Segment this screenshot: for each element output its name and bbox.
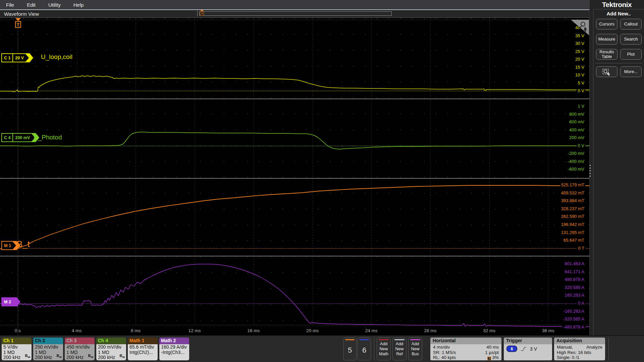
bandwidth-limit-icon: BW: [119, 353, 125, 360]
y-axis-label-m1: 0 T: [577, 246, 585, 251]
record-view-left-cap: [197, 11, 198, 16]
add-new-bus-button[interactable]: Add New Bus: [408, 338, 422, 360]
acquisition-panel-title: Acquisition: [554, 338, 605, 344]
y-axis-label-ch4: 600 mV: [568, 120, 585, 124]
channel-setting-row: 5 V/div: [3, 345, 30, 350]
add-new-callout-button[interactable]: Callout: [620, 19, 642, 29]
horizontal-panel[interactable]: Horizontal 4 ms/div40 msSR: 1 MS/s1 µs/p…: [430, 338, 501, 360]
channel-setting-row: -Intg(Ch3...: [161, 350, 187, 355]
trace-ch1: [0, 76, 589, 92]
channel-settings-body: 65.6 mT/divIntg(Ch2)...: [128, 344, 158, 360]
menu-file[interactable]: File: [6, 2, 14, 8]
more-button[interactable]: More...: [620, 66, 642, 77]
channel-setting-row: 200 mV/div: [98, 345, 124, 350]
y-axis-label-ch4: 400 mV: [568, 127, 585, 132]
y-axis-label-ch4: 1 V: [577, 104, 585, 109]
bandwidth-limit-icon: BW: [56, 353, 62, 360]
channel-color-stripe: [360, 339, 369, 340]
slice-divider: [0, 256, 589, 256]
record-trigger-icon[interactable]: T: [200, 11, 204, 16]
channel-settings-math2[interactable]: Math 2160.29 A/div-Intg(Ch3...: [159, 338, 189, 360]
badge-cell: C 4: [2, 135, 12, 140]
right-panel: Tektronix Add New.. CursorsCalloutMeasur…: [589, 0, 644, 335]
waveform-label-m1[interactable]: B_t: [17, 239, 30, 249]
channel-setting-row: 160.29 A/div: [161, 345, 187, 350]
y-axis-label-m2: 320.585 A: [564, 285, 585, 290]
horizontal-panel-title: Horizontal: [430, 338, 501, 344]
channel-settings-ch1[interactable]: Ch 15 V/div1 MΩ200 kHzBW: [2, 338, 32, 360]
record-view-scrollbar[interactable]: [199, 11, 392, 16]
y-axis-label-m2: -480.878 A: [562, 325, 585, 329]
y-axis-label-ch1: 5 V: [577, 80, 585, 85]
acquisition-resolution: High Res: 16 bits: [557, 350, 591, 355]
add-new-title: Add New..: [593, 11, 644, 16]
zoom-corner-icon[interactable]: [570, 19, 589, 37]
horizontal-value: 4 ms/div: [433, 345, 450, 350]
slice-divider: [0, 178, 589, 179]
channel-name: Math 1: [128, 338, 158, 344]
channel-6-button[interactable]: 6: [358, 338, 371, 360]
menu-help[interactable]: Help: [73, 2, 84, 8]
zoom-select-button[interactable]: [596, 66, 618, 77]
menu-edit[interactable]: Edit: [27, 2, 36, 8]
x-axis-label: 16 ms: [247, 328, 260, 333]
panel-splitter-handle[interactable]: [590, 165, 591, 178]
add-new-math-button[interactable]: Add New Math: [377, 338, 391, 360]
x-axis-label: 36 ms: [542, 328, 554, 333]
zero-reference-line-m2: [0, 303, 589, 304]
add-new-plot-button[interactable]: Plot: [620, 49, 642, 60]
channel-badge-inner: C 4200 mV: [2, 134, 35, 141]
horizontal-row: RL: 40 kptsT3%: [433, 355, 499, 360]
add-new-results-table-button[interactable]: Results Table: [596, 49, 618, 60]
add-new-ref-button[interactable]: Add New Ref: [392, 338, 407, 360]
trigger-flag-icon[interactable]: T: [15, 21, 21, 28]
waveform-graticule[interactable]: 0 s4 ms8 ms12 ms16 ms20 ms24 ms28 ms32 m…: [0, 17, 589, 335]
x-axis-label: 20 ms: [306, 328, 319, 333]
channel-badge-m2[interactable]: M 2: [1, 297, 20, 306]
channel-settings-ch3[interactable]: Ch 3450 mV/div1 MΩ200 kHzBW: [65, 338, 95, 360]
y-axis-label-ch4: -200 mV: [567, 151, 585, 156]
channel-badge-ch1[interactable]: C 120 V: [1, 53, 33, 62]
badge-cell: M 2: [2, 300, 13, 304]
channel-settings-ch4[interactable]: Ch 4200 mV/div1 MΩ200 kHzBW: [96, 338, 126, 360]
trigger-level: 3 V: [530, 346, 537, 352]
channel-settings-math1[interactable]: Math 165.6 mT/divIntg(Ch2)...: [128, 338, 158, 360]
y-axis-label-ch4: 800 mV: [568, 112, 585, 116]
y-axis-label-ch4: -400 mV: [567, 159, 585, 164]
trace-m2: [0, 264, 589, 327]
gridline-vertical: [18, 18, 18, 325]
channel-5-button[interactable]: 5: [343, 338, 357, 360]
channel-settings-body: 160.29 A/div-Intg(Ch3...: [159, 344, 189, 360]
add-new-search-button[interactable]: Search: [620, 34, 642, 45]
menu-utility[interactable]: Utility: [48, 2, 61, 8]
y-axis-label-ch1: 25 V: [574, 49, 585, 54]
y-axis-label-ch1: 15 V: [574, 65, 585, 69]
tektronix-logo: Tektronix: [590, 1, 644, 9]
y-axis-label-ch1: 20 V: [574, 57, 585, 62]
y-axis-label-ch4: -600 mV: [567, 167, 585, 172]
gridline-vertical: [136, 18, 136, 325]
button-color-stripe: [394, 339, 405, 340]
gridline-vertical: [371, 18, 372, 325]
channel-settings-ch2[interactable]: Ch 2250 mV/div1 MΩ200 kHzBW: [33, 338, 63, 360]
horizontal-value: RL: 40 kpts: [433, 355, 456, 360]
trace-ch4: [0, 132, 589, 149]
acquisition-single: Single: 0 /1: [557, 355, 580, 360]
trigger-panel-title: Trigger: [504, 338, 552, 344]
zero-reference-line-ch4: [0, 146, 589, 146]
rising-edge-icon: [520, 346, 527, 352]
horizontal-value: 1 µs/pt: [485, 350, 499, 355]
acquisition-panel[interactable]: Acquisition Manual, Analyze High Res: 16…: [554, 338, 605, 360]
add-new-cursors-button[interactable]: Cursors: [596, 19, 618, 29]
bottom-bar-divider-2: [608, 338, 609, 360]
gridline-vertical: [489, 18, 490, 325]
waveform-label-ch1[interactable]: U_loop,coil: [41, 53, 72, 61]
waveform-label-ch4[interactable]: U_Photod: [34, 134, 62, 141]
trigger-panel[interactable]: Trigger 6 3 V: [504, 338, 552, 360]
y-axis-label-m2: -160.293 A: [562, 309, 585, 313]
add-new-measure-button[interactable]: Measure: [596, 34, 618, 45]
y-axis-label-ch1: 10 V: [574, 73, 585, 77]
y-axis-label-ch1: 30 V: [574, 41, 585, 46]
y-axis-label-m2: 160.293 A: [564, 293, 585, 298]
x-axis-label: 12 ms: [189, 328, 201, 333]
